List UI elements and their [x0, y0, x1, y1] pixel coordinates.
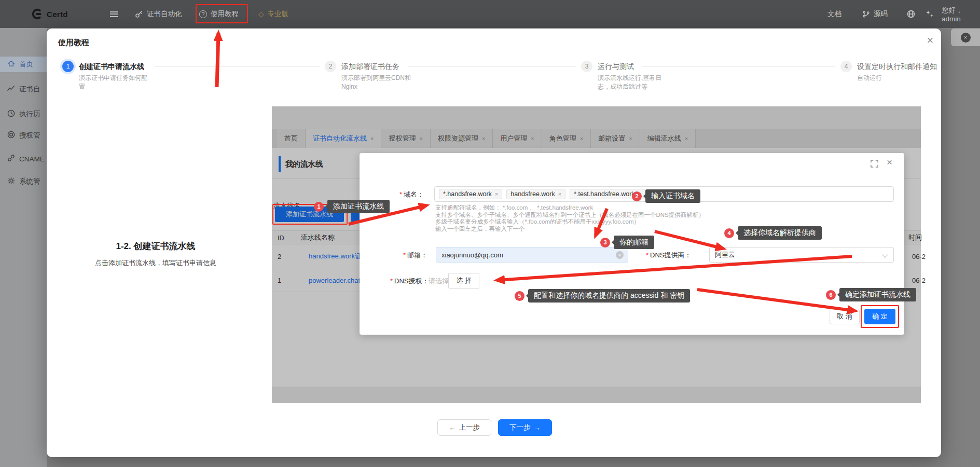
- menu-fold-icon[interactable]: [110, 0, 118, 28]
- required-asterisk: *: [646, 251, 648, 259]
- nav-pro-edition[interactable]: ◇ 专业版: [258, 0, 288, 28]
- embedded-screenshot: 首页 证书自动化流水线× 授权管理× 权限资源管理× 用户管理× 角色管理× 邮…: [272, 106, 921, 403]
- sidebar-item-home[interactable]: 首页: [0, 57, 47, 72]
- brand-name: Certd: [47, 0, 68, 28]
- tutorial-button-highlight-box: [196, 4, 248, 23]
- nav-docs[interactable]: 文档: [827, 0, 841, 28]
- required-asterisk: *: [403, 251, 406, 259]
- sidebar-item-system[interactable]: 系统管: [0, 174, 47, 189]
- target-icon: [7, 131, 15, 140]
- tooltip-5: 配置和选择你的域名提供商的 accessid 和 密钥: [528, 289, 690, 303]
- step-note-title: 1-2. 创建证书流水线: [54, 240, 257, 252]
- cancel-button[interactable]: 取 消: [830, 309, 860, 324]
- callout-1: 1 添加证书流水线: [314, 200, 390, 213]
- email-field[interactable]: [436, 247, 628, 263]
- tooltip-2: 输入证书域名: [645, 189, 700, 203]
- required-asterisk: *: [390, 277, 393, 285]
- callout-4: 4 选择你域名解析提供商: [724, 226, 822, 240]
- step-1-desc: 演示证书申请任务如何配置: [79, 74, 149, 91]
- top-navbar: Certd 证书自动化 ? 使用教程 ◇ 专业版 文档 源码 您好，admin: [0, 0, 980, 28]
- arrow-right-icon: →: [534, 424, 541, 432]
- sidebar-item-run-history[interactable]: 执行历: [0, 106, 47, 122]
- prev-step-button[interactable]: ←上一步: [437, 419, 491, 436]
- email-label: *邮箱：: [403, 251, 427, 260]
- step-3: 3 运行与测试 演示流水线运行,查看日志，成功后跳过等: [581, 61, 665, 91]
- step-4: 4 设置定时执行和邮件通知 自动运行: [840, 61, 945, 83]
- fullscreen-icon[interactable]: [871, 160, 878, 170]
- tooltip-3: 你的邮箱: [614, 236, 654, 249]
- close-circle-icon: ×: [961, 33, 971, 43]
- dns-auth-select-button[interactable]: 选 择: [448, 273, 479, 289]
- domain-tag: *.handsfree.work×: [439, 189, 502, 199]
- user-greeting[interactable]: 您好，admin: [942, 0, 980, 28]
- callout-3: 3 你的邮箱: [600, 236, 654, 249]
- confirm-highlight-box: [861, 305, 899, 328]
- tag-close-icon[interactable]: ×: [558, 191, 561, 197]
- sidebar-item-cert-automation[interactable]: 证书自: [0, 81, 47, 97]
- step-1: 1 创建证书申请流水线 演示证书申请任务如何配置: [62, 61, 149, 91]
- chart-icon: [7, 85, 15, 94]
- sidebar-menu: 首页 证书自 执行历 授权管 CNAME 系统管: [0, 28, 47, 467]
- step-4-title: 设置定时执行和邮件通知: [857, 61, 945, 72]
- callout-6: 6 确定添加证书流水线: [826, 288, 916, 301]
- step-3-desc: 演示流水线运行,查看日志，成功后跳过等: [598, 74, 665, 91]
- tabs-close-all-widget[interactable]: ×: [951, 29, 980, 46]
- tutorial-close-icon[interactable]: ×: [922, 33, 938, 48]
- git-branch-icon: [862, 10, 870, 18]
- dns-auth-label: *DNS授权：: [390, 277, 429, 286]
- arrow-left-icon: ←: [449, 424, 456, 432]
- step-connector: [155, 66, 320, 67]
- key-icon: [135, 10, 143, 18]
- step-3-number: 3: [581, 61, 592, 72]
- tutorial-title: 使用教程: [58, 38, 89, 48]
- nav-cert-automation[interactable]: 证书自动化: [135, 0, 182, 28]
- required-asterisk: *: [399, 190, 402, 198]
- step-connector: [642, 66, 835, 67]
- callout-5: 5 配置和选择你的域名提供商的 accessid 和 密钥: [515, 289, 690, 303]
- dialog-close-icon[interactable]: ×: [887, 157, 892, 168]
- link-icon: [7, 154, 15, 163]
- diamond-icon: ◇: [258, 10, 264, 18]
- tooltip-4: 选择你域名解析提供商: [738, 226, 822, 240]
- step-2: 2 添加部署证书任务 演示部署到阿里云CDN和Nginx: [325, 61, 419, 91]
- sidebar-item-auth-manage[interactable]: 授权管: [0, 128, 47, 143]
- clear-input-icon[interactable]: ×: [616, 251, 624, 259]
- step-connector: [408, 66, 576, 67]
- step-4-number: 4: [840, 61, 852, 72]
- dns-auth-placeholder: 请选择: [429, 277, 449, 286]
- clock-icon: [7, 109, 15, 119]
- home-icon: [7, 60, 15, 69]
- certd-logo-icon: [30, 0, 43, 28]
- step-2-desc: 演示部署到阿里云CDN和Nginx: [341, 74, 419, 91]
- gear-icon: [7, 177, 15, 186]
- chevron-down-icon: [882, 252, 888, 257]
- language-globe-icon[interactable]: [907, 0, 915, 28]
- tooltip-6: 确定添加证书流水线: [839, 288, 916, 301]
- step-2-number: 2: [325, 61, 336, 72]
- domain-help-text: 支持通配符域名，例如： *.foo.com 、 *.test.handsfree…: [435, 204, 705, 232]
- tutorial-modal: 使用教程 × 1 创建证书申请流水线 演示证书申请任务如何配置 2 添加部署证书…: [47, 29, 941, 457]
- tag-close-icon[interactable]: ×: [495, 191, 498, 197]
- sparkles-icon[interactable]: [926, 0, 934, 28]
- sidebar-item-cname[interactable]: CNAME: [0, 151, 47, 167]
- step-4-desc: 自动运行: [857, 74, 945, 83]
- page-root: { "navbar": { "brand": "Certd", "menu_ce…: [0, 0, 980, 467]
- step-note: 1-2. 创建证书流水线 点击添加证书流水线，填写证书申请信息: [54, 240, 257, 268]
- callout-2: 2 输入证书域名: [632, 189, 700, 203]
- step-note-desc: 点击添加证书流水线，填写证书申请信息: [54, 258, 257, 268]
- dns-provider-select[interactable]: 阿里云: [709, 247, 894, 263]
- tooltip-1: 添加证书流水线: [327, 200, 390, 213]
- step-1-title: 创建证书申请流水线: [79, 61, 149, 72]
- step-1-number: 1: [62, 61, 74, 72]
- domain-label: *域名：: [399, 190, 424, 199]
- domain-tag: handsfree.work×: [506, 189, 565, 199]
- dns-provider-label: *DNS提供商：: [646, 251, 692, 260]
- nav-source[interactable]: 源码: [862, 0, 888, 28]
- next-step-button[interactable]: 下一步→: [498, 419, 552, 436]
